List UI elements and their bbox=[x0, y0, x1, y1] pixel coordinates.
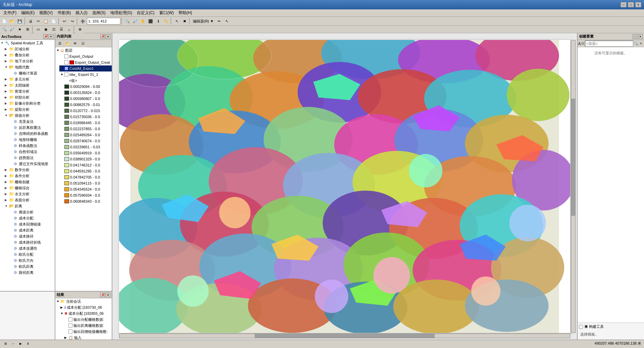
layer-idw-checkbox[interactable] bbox=[64, 72, 68, 77]
menu-select[interactable]: 选择(S) bbox=[90, 9, 108, 16]
result-cost-alloc-1[interactable]: ▶ ℹ 成本分配 [183730_06 bbox=[59, 304, 112, 310]
create-features-expand[interactable]: □ bbox=[633, 34, 637, 39]
map-area[interactable] bbox=[112, 33, 577, 340]
list-by-visibility[interactable]: 👁 bbox=[71, 40, 79, 47]
zoom-in-button[interactable]: 🔍 bbox=[124, 17, 131, 25]
content-close[interactable]: × bbox=[106, 34, 110, 39]
select-by-location[interactable]: ◉ bbox=[42, 26, 50, 33]
layer-export-output-checkbox[interactable] bbox=[64, 54, 68, 58]
output-dist-checkbox[interactable] bbox=[68, 324, 72, 328]
copy-button[interactable]: 📋 bbox=[42, 17, 50, 25]
tree-cost-path-polyline[interactable]: ⚙ 成本路径折线 bbox=[8, 239, 55, 245]
tree-cost-distance[interactable]: ⚙ 成本距离 bbox=[8, 227, 55, 233]
tree-interpolation[interactable]: ▼ 📂 插值分析 bbox=[4, 112, 55, 118]
layer-costall-checkbox[interactable] bbox=[64, 66, 68, 70]
map-vscrollbar[interactable] bbox=[571, 40, 576, 333]
menu-view[interactable]: 视图(V) bbox=[37, 9, 55, 16]
tree-trend[interactable]: ⚙ 趋势面法 bbox=[8, 155, 55, 161]
new-button[interactable]: 📄 bbox=[1, 17, 8, 25]
status-btn-1[interactable]: ⊞ bbox=[3, 341, 9, 347]
menu-help[interactable]: 帮助(H) bbox=[176, 9, 194, 16]
menu-geoprocessing[interactable]: 地理处理(G) bbox=[108, 9, 134, 16]
map-hscroll-thumb[interactable] bbox=[255, 334, 435, 338]
tree-image-seg[interactable]: ▶ 📁 影像分割和分类 bbox=[4, 100, 55, 106]
toolbox-pin[interactable]: 📌 bbox=[43, 34, 48, 39]
results-pin[interactable]: 📌 bbox=[100, 293, 105, 297]
menu-customize[interactable]: 自定义(C) bbox=[135, 9, 157, 16]
tree-spline[interactable]: ⚙ 样条函数法 bbox=[8, 143, 55, 149]
tree-groundwater[interactable]: ▶ 📁 地下水分析 bbox=[4, 58, 55, 64]
result-output-alloc[interactable]: 输出分配栅格数据: bbox=[63, 316, 112, 322]
layer-export-creat-checkbox[interactable] bbox=[64, 60, 68, 64]
tree-distance[interactable]: ▼ 📂 距离 bbox=[4, 203, 55, 209]
menu-file[interactable]: 文件(F) bbox=[1, 9, 18, 16]
tree-kriging[interactable]: ⚙ 克里金法 bbox=[8, 118, 55, 125]
map-vscroll-thumb[interactable] bbox=[571, 99, 575, 215]
layer-export-output[interactable]: Export_Output bbox=[59, 53, 112, 59]
toolbox-close[interactable]: × bbox=[49, 34, 53, 39]
tree-path-distance[interactable]: ⚙ 路径距离 bbox=[8, 269, 55, 276]
undo-button[interactable]: ↩ bbox=[61, 17, 68, 25]
tree-topo-raster[interactable]: ⚙ 地形转栅格 bbox=[8, 137, 55, 143]
result-session[interactable]: ▼ 📁 当前会话 bbox=[55, 298, 112, 304]
layer-props[interactable]: ⊡ bbox=[50, 26, 57, 33]
tree-math[interactable]: ▶ 📁 数学分析 bbox=[4, 167, 55, 173]
tree-cost-connectivity[interactable]: ⚙ 成本连通性 bbox=[8, 245, 55, 251]
goto-xy[interactable]: ⊕ bbox=[76, 26, 84, 33]
tree-multivariate[interactable]: ▶ 📁 多元分析 bbox=[4, 76, 55, 82]
tree-corridor[interactable]: ⚙ 廊道分析 bbox=[8, 209, 55, 215]
tree-hydrology[interactable]: ▶ 📁 水文分析 bbox=[4, 191, 55, 197]
select-features[interactable]: ▭ bbox=[35, 26, 42, 33]
add-data-button[interactable]: ➕ bbox=[79, 17, 87, 25]
layer-costall[interactable]: CostAll_Expo1 bbox=[59, 65, 112, 71]
map-hscrollbar[interactable] bbox=[119, 334, 570, 338]
tree-natural-neighbor[interactable]: ⚙ 自然邻域法 bbox=[8, 149, 55, 155]
find-button[interactable]: ⌕ bbox=[65, 26, 73, 33]
tree-surface[interactable]: ▶ 📁 表面分析 bbox=[4, 197, 55, 203]
tree-cost-alloc[interactable]: ⚙ 成本分配 bbox=[8, 215, 55, 221]
tree-cost-backlink[interactable]: ⚙ 成本回溯链接 bbox=[8, 221, 55, 227]
tree-area-analysis[interactable]: ▶ 📁 区域分析 bbox=[4, 46, 55, 52]
save-button[interactable]: 💾 bbox=[16, 17, 23, 25]
status-btn-4[interactable]: ⏸ bbox=[25, 341, 31, 347]
tree-euclidean-alloc[interactable]: ⚙ 欧氏分配 bbox=[8, 251, 55, 257]
maximize-button[interactable]: □ bbox=[628, 2, 634, 7]
full-extent-button[interactable]: ⬛ bbox=[147, 17, 154, 25]
tree-density[interactable]: ▶ 📁 密度分析 bbox=[4, 88, 55, 94]
output-backlink-checkbox[interactable] bbox=[68, 330, 72, 334]
minimize-button[interactable]: ─ bbox=[621, 2, 627, 7]
scale-box[interactable]: 1: 103, 412 bbox=[87, 18, 120, 24]
tree-topo-file[interactable]: ⚙ 通过文件实现地形 bbox=[8, 161, 55, 167]
redo-button[interactable]: ↪ bbox=[68, 17, 76, 25]
tree-neighborhood[interactable]: ▶ 📁 邻部分析 bbox=[4, 94, 55, 100]
status-btn-2[interactable]: ↔ bbox=[10, 341, 16, 347]
tree-raster-general[interactable]: ▶ 📁 栅格综合 bbox=[4, 185, 55, 191]
content-pin[interactable]: 📌 bbox=[100, 34, 105, 39]
list-by-source[interactable]: 📂 bbox=[64, 40, 71, 47]
layer-idw[interactable]: ▼ Idw_ Export 01_1 bbox=[59, 71, 112, 78]
layers-group[interactable]: ▼ 🗂 图层 bbox=[55, 47, 112, 53]
tree-spline-barrier[interactable]: ⚙ 含障碍的样条函数 bbox=[8, 131, 55, 137]
build-tools-checkbox[interactable] bbox=[579, 325, 583, 329]
results-close[interactable]: × bbox=[106, 293, 110, 297]
close-button[interactable]: × bbox=[635, 2, 641, 7]
menu-bookmarks[interactable]: 书签(B) bbox=[55, 9, 73, 16]
toolbox-root[interactable]: ▼ 🔧 Spatial Analyst 工具 bbox=[0, 40, 55, 46]
sketch-button[interactable]: ✏ bbox=[215, 17, 223, 25]
search-input[interactable] bbox=[585, 41, 633, 47]
pan-button[interactable]: ✋ bbox=[139, 17, 147, 25]
layer-export-output-creat[interactable]: Export_Output_Creat bbox=[59, 59, 112, 65]
print-button[interactable]: 🖨 bbox=[27, 17, 34, 25]
output-alloc-checkbox[interactable] bbox=[68, 317, 72, 321]
list-by-drawing-order[interactable]: ☰ bbox=[56, 40, 63, 47]
result-output-dist[interactable]: 输出距离栅格数据: bbox=[63, 322, 112, 329]
pointer-button[interactable]: ↖ bbox=[223, 17, 230, 25]
menu-edit[interactable]: 编辑(E) bbox=[19, 9, 37, 16]
status-btn-3[interactable]: ▶ bbox=[17, 341, 23, 347]
tree-cost-path[interactable]: ⚙ 成本路径 bbox=[8, 233, 55, 239]
list-by-selection[interactable]: ☑ bbox=[79, 40, 87, 47]
paste-button[interactable]: 📄 bbox=[50, 17, 57, 25]
open-button[interactable]: 📂 bbox=[8, 17, 16, 25]
tree-solar[interactable]: ▶ 📁 太阳辐射 bbox=[4, 82, 55, 88]
result-output-backlink[interactable]: 输出回溯链接栅格数: bbox=[63, 329, 112, 335]
